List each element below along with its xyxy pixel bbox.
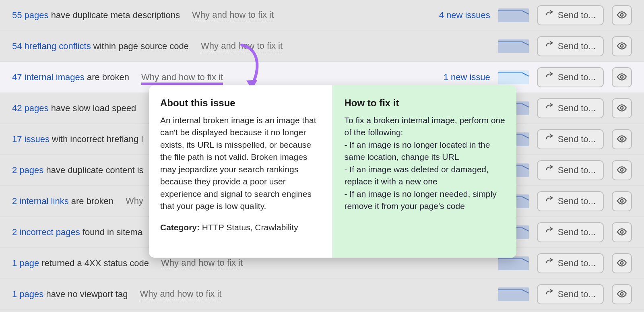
send-arrow-icon	[545, 227, 554, 238]
send-to-button[interactable]: Send to...	[537, 284, 604, 304]
send-to-label: Send to...	[558, 289, 596, 300]
send-to-label: Send to...	[558, 10, 596, 21]
issue-rest: have duplicate content is	[43, 165, 143, 175]
sparkline	[498, 8, 529, 22]
send-to-label: Send to...	[558, 72, 596, 83]
svg-point-9	[621, 292, 623, 295]
view-button[interactable]	[612, 160, 632, 180]
eye-icon	[617, 196, 627, 207]
svg-point-7	[621, 230, 623, 233]
issue-text[interactable]: 2 internal links are broken	[12, 196, 114, 207]
send-to-button[interactable]: Send to...	[537, 5, 604, 25]
issue-rest: are broken	[85, 72, 129, 82]
eye-icon	[617, 165, 627, 176]
issue-rest: are broken	[69, 196, 114, 206]
issue-text[interactable]: 47 internal images are broken	[12, 72, 129, 83]
why-how-fix-link[interactable]: Why and how to fix it	[140, 289, 221, 300]
view-button[interactable]	[612, 5, 632, 25]
issue-text[interactable]: 55 pages have duplicate meta description…	[12, 10, 180, 21]
eye-icon	[617, 10, 627, 21]
svg-point-6	[621, 199, 623, 202]
view-button[interactable]	[612, 36, 632, 56]
issue-help-popup: About this issue An internal broken imag…	[149, 85, 516, 258]
send-to-label: Send to...	[558, 196, 596, 207]
send-to-label: Send to...	[558, 134, 596, 145]
send-arrow-icon	[545, 258, 554, 269]
issue-text[interactable]: 54 hreflang conflicts within page source…	[12, 41, 189, 52]
issue-row: 55 pages have duplicate meta description…	[0, 0, 644, 31]
view-button[interactable]	[612, 129, 632, 149]
issue-text[interactable]: 1 page returned a 4XX status code	[12, 258, 149, 269]
view-button[interactable]	[612, 191, 632, 211]
view-button[interactable]	[612, 253, 632, 273]
new-issues-link[interactable]: 1 new issue	[444, 72, 490, 83]
issue-link[interactable]: 1 pages	[12, 289, 43, 299]
send-to-button[interactable]: Send to...	[537, 222, 604, 242]
issue-text[interactable]: 17 issues with incorrect hreflang l	[12, 134, 143, 145]
eye-icon	[617, 103, 627, 114]
svg-point-1	[621, 44, 623, 47]
send-arrow-icon	[545, 165, 554, 176]
send-to-button[interactable]: Send to...	[537, 98, 604, 118]
about-body: An internal broken image is an image tha…	[160, 114, 321, 213]
issue-link[interactable]: 47 internal images	[12, 72, 85, 82]
issue-rest: within page source code	[91, 41, 189, 51]
eye-icon	[617, 134, 627, 145]
issue-text[interactable]: 2 incorrect pages found in sitema	[12, 227, 142, 238]
eye-icon	[617, 41, 627, 52]
issue-row: 1 pages have no viewport tagWhy and how …	[0, 279, 644, 310]
send-to-button[interactable]: Send to...	[537, 36, 604, 56]
why-how-fix-link[interactable]: Why and how to fix it	[192, 10, 274, 21]
send-to-label: Send to...	[558, 227, 596, 238]
issue-link[interactable]: 1 page	[12, 258, 39, 268]
why-how-fix-link[interactable]: Why and how to fix it	[201, 41, 283, 52]
issue-rest: have duplicate meta descriptions	[49, 10, 180, 20]
issue-row: 54 hreflang conflicts within page source…	[0, 31, 644, 62]
send-to-button[interactable]: Send to...	[537, 253, 604, 273]
issue-link[interactable]: 17 issues	[12, 134, 50, 144]
send-arrow-icon	[545, 10, 554, 21]
view-button[interactable]	[612, 284, 632, 304]
view-button[interactable]	[612, 67, 632, 87]
view-button[interactable]	[612, 98, 632, 118]
send-to-button[interactable]: Send to...	[537, 191, 604, 211]
why-how-fix-link[interactable]: Why	[126, 196, 143, 207]
issue-rest: found in sitema	[80, 227, 142, 237]
issue-link[interactable]: 2 pages	[12, 165, 43, 175]
issue-text[interactable]: 1 pages have no viewport tag	[12, 289, 128, 300]
send-to-button[interactable]: Send to...	[537, 129, 604, 149]
issue-text[interactable]: 42 pages have slow load speed	[12, 103, 136, 114]
svg-point-3	[621, 106, 623, 109]
issue-rest: have slow load speed	[49, 103, 136, 113]
send-arrow-icon	[545, 72, 554, 83]
svg-point-8	[621, 261, 623, 264]
issue-link[interactable]: 2 incorrect pages	[12, 227, 80, 237]
issue-link[interactable]: 55 pages	[12, 10, 49, 20]
send-to-button[interactable]: Send to...	[537, 160, 604, 180]
issue-link[interactable]: 2 internal links	[12, 196, 69, 206]
issue-rest: returned a 4XX status code	[39, 258, 149, 268]
issue-link[interactable]: 54 hreflang conflicts	[12, 41, 91, 51]
why-how-fix-link[interactable]: Why and how to fix it	[161, 258, 243, 269]
send-to-label: Send to...	[558, 41, 596, 52]
about-title: About this issue	[160, 97, 321, 109]
fix-body: To fix a broken internal image, perform …	[345, 114, 506, 213]
why-how-fix-link[interactable]: Why and how to fix it	[141, 72, 223, 85]
issue-rest: have no viewport tag	[43, 289, 128, 299]
svg-point-0	[621, 13, 623, 16]
svg-point-5	[621, 168, 623, 171]
sparkline	[498, 70, 529, 84]
issue-link[interactable]: 42 pages	[12, 103, 49, 113]
send-to-button[interactable]: Send to...	[537, 67, 604, 87]
eye-icon	[617, 258, 627, 269]
view-button[interactable]	[612, 222, 632, 242]
send-to-label: Send to...	[558, 258, 596, 269]
new-issues-link[interactable]: 4 new issues	[439, 10, 490, 21]
send-arrow-icon	[545, 134, 554, 145]
fix-title: How to fix it	[345, 97, 506, 109]
send-to-label: Send to...	[558, 103, 596, 114]
issue-text[interactable]: 2 pages have duplicate content is	[12, 165, 144, 176]
issue-rest: with incorrect hreflang l	[50, 134, 143, 144]
sparkline	[498, 287, 529, 301]
send-arrow-icon	[545, 103, 554, 114]
